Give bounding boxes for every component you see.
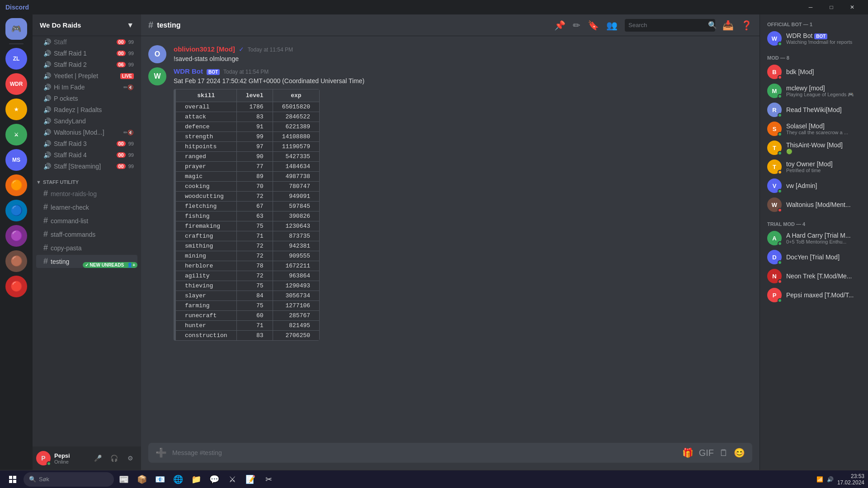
server-icon-s8[interactable]: 🟤: [5, 250, 27, 272]
server-icon-s5[interactable]: 🟠: [5, 174, 27, 196]
taskbar-search[interactable]: 🔍 Søk: [24, 472, 114, 487]
settings-button[interactable]: ⚙: [123, 451, 137, 465]
taskbar-app-mail[interactable]: 📧: [152, 471, 168, 488]
member-item-docyen[interactable]: D DocYen [Trial Mod]: [764, 248, 864, 266]
channel-item-sandyland[interactable]: 🔊 SandyLand: [36, 116, 137, 127]
member-item-pepsi[interactable]: P Pepsi maxed [T.Mod/T...: [764, 286, 864, 304]
search-input[interactable]: [628, 22, 704, 28]
minimize-button[interactable]: ─: [800, 0, 821, 14]
member-item-mclewy[interactable]: M mclewy [mod] Playing League of Legends…: [764, 82, 864, 100]
taskbar-app-s[interactable]: ✂: [260, 471, 277, 488]
maximize-button[interactable]: □: [821, 0, 842, 14]
taskbar-app-folder[interactable]: 📁: [188, 471, 204, 488]
members-button[interactable]: 👥: [606, 20, 618, 31]
mute-button[interactable]: 🎤: [90, 451, 105, 465]
member-item-waltonius[interactable]: W Waltonius [Mod/Ment...: [764, 196, 864, 214]
taskbar-app-1[interactable]: 📦: [134, 471, 150, 488]
server-icon-ms[interactable]: MS: [5, 149, 27, 171]
server-name: We Do Raids: [40, 21, 81, 29]
taskbar-app-runelite[interactable]: ⚔: [224, 471, 241, 488]
member-item-neontrek[interactable]: N Neon Trek [T.Mod/Me...: [764, 267, 864, 285]
gift-button[interactable]: 🎁: [682, 447, 693, 458]
message-input-area: ➕ 🎁 GIF 🗒 😊: [141, 443, 760, 470]
channel-item-waltonius[interactable]: 🔊 Waltonius [Mod...] ✏🔇: [36, 127, 137, 138]
channel-item-mentor-raids-log[interactable]: # mentor-raids-log: [36, 187, 137, 200]
user-avatar: P: [36, 451, 51, 465]
member-item-thisaint[interactable]: T ThisAint-Wow [Mod] 🟢: [764, 139, 864, 157]
taskbar-app-chrome[interactable]: 🌐: [170, 471, 186, 488]
server-icon-wdr[interactable]: WDR: [5, 73, 27, 95]
edit-icons: ✏🔇: [123, 84, 134, 90]
member-item-wdr-bot[interactable]: W WDR Bot BOT Watching !modmail for repo…: [764, 29, 864, 47]
channel-item-yeetlet[interactable]: 🔊 Yeetlet | Preplet LIVE: [36, 70, 137, 81]
member-avatar-thisaint: T: [767, 141, 782, 155]
channel-item-staff-raid-1[interactable]: 🔊 Staff Raid 1 00 99: [36, 48, 137, 59]
table-cell: 72: [236, 251, 273, 261]
channel-item-copy-pasta[interactable]: # copy-pasta: [36, 241, 137, 254]
server-icon-s6[interactable]: 🔵: [5, 200, 27, 221]
close-button[interactable]: ✕: [842, 0, 863, 14]
sticker-button[interactable]: 🗒: [719, 448, 728, 458]
gif-button[interactable]: GIF: [699, 448, 714, 458]
member-item-solasel[interactable]: S Solasel [Mod] They call the scarecrow …: [764, 120, 864, 138]
member-item-readthewiki[interactable]: R Read TheWiki[Mod]: [764, 101, 864, 119]
member-subtext: Watching !modmail for reports: [786, 39, 861, 45]
channel-item-staff-commands[interactable]: # staff-commands: [36, 228, 137, 241]
member-item-toyowner[interactable]: T toy Owner [Mod] Petrified of time: [764, 158, 864, 176]
table-row: hunter71821495: [176, 321, 320, 331]
channel-item-command-list[interactable]: # command-list: [36, 214, 137, 227]
channel-name: Staff Raid 2: [54, 61, 114, 68]
member-name: WDR Bot BOT: [786, 32, 861, 39]
member-item-ahardcarry[interactable]: A A Hard Carry [Trial M... 0+5 ToB Mento…: [764, 229, 864, 247]
message-author-1: oblivion3012 [Mod]: [174, 45, 235, 53]
member-item-bdk[interactable]: B bdk [Mod]: [764, 63, 864, 81]
table-cell: 949091: [273, 192, 319, 202]
channel-item-staff-raid-3[interactable]: 🔊 Staff Raid 3 00 99: [36, 138, 137, 149]
taskbar-app-widgets[interactable]: 📰: [116, 471, 132, 488]
table-row: overall178665015820: [176, 102, 320, 112]
table-cell: 14108880: [273, 132, 319, 142]
category-staff-utility[interactable]: ▼ STAFF UTILITY: [33, 172, 141, 187]
emoji-button[interactable]: 😊: [734, 447, 745, 458]
channel-item-staff[interactable]: 🔊 Staff 00 99: [36, 37, 137, 47]
server-icon-s7[interactable]: 🟣: [5, 225, 27, 247]
add-member-icon[interactable]: 👤+: [127, 263, 135, 267]
channel-item-radeyz[interactable]: 🔊 Radeyz | Radalts: [36, 104, 137, 115]
start-button[interactable]: [4, 472, 22, 487]
bot-badge: BOT: [207, 69, 220, 75]
bookmark-button[interactable]: 🔖: [588, 20, 599, 31]
taskbar-app-word[interactable]: 📝: [242, 471, 259, 488]
pin-button[interactable]: 📌: [554, 20, 566, 31]
member-item-vw[interactable]: V vw [Admin]: [764, 177, 864, 195]
channel-item-learner-check[interactable]: # learner-check: [36, 201, 137, 214]
taskbar-right: 📶 🔊 23:53 17.02.2024: [816, 473, 864, 486]
live-badge: LIVE: [120, 73, 134, 79]
deafen-button[interactable]: 🎧: [107, 451, 121, 465]
channel-item-staff-raid-4[interactable]: 🔊 Staff Raid 4 00 99: [36, 150, 137, 160]
inbox-button[interactable]: 📥: [722, 20, 734, 31]
server-header[interactable]: We Do Raids ▼: [33, 14, 141, 36]
channel-item-staff-raid-2[interactable]: 🔊 Staff Raid 2 06 99: [36, 59, 137, 70]
server-icon-discord-home[interactable]: 🎮: [5, 18, 27, 40]
server-icon-s3[interactable]: ★: [5, 99, 27, 120]
channel-item-pockets[interactable]: 🔊 P ockets: [36, 93, 137, 104]
search-bar[interactable]: 🔍: [625, 19, 715, 32]
table-cell: 4987738: [273, 172, 319, 182]
hash-icon: #: [43, 189, 48, 198]
edit-button[interactable]: ✏: [573, 20, 580, 31]
channel-item-hiimfade[interactable]: 🔊 Hi Im Fade ✏🔇: [36, 82, 137, 93]
search-icon: 🔍: [29, 476, 36, 483]
server-icon-zl[interactable]: ZL: [5, 48, 27, 70]
server-icon-s4[interactable]: ⚔: [5, 124, 27, 145]
server-icon-s9[interactable]: 🔴: [5, 276, 27, 297]
speaker-icon: 🔊: [43, 151, 51, 159]
add-attachment-button[interactable]: ➕: [156, 447, 167, 458]
taskbar-app-discord[interactable]: 💬: [206, 471, 222, 488]
channel-item-staff-streaming[interactable]: 🔊 Staff [Streaming] 00 99: [36, 161, 137, 172]
table-row: fletching67597845: [176, 202, 320, 211]
table-cell: 821495: [273, 321, 319, 331]
stats-table: skill level exp overall178665015820attac…: [175, 89, 320, 341]
message-input[interactable]: [172, 445, 677, 461]
table-header-level: level: [236, 89, 273, 102]
help-button[interactable]: ❓: [741, 20, 752, 31]
